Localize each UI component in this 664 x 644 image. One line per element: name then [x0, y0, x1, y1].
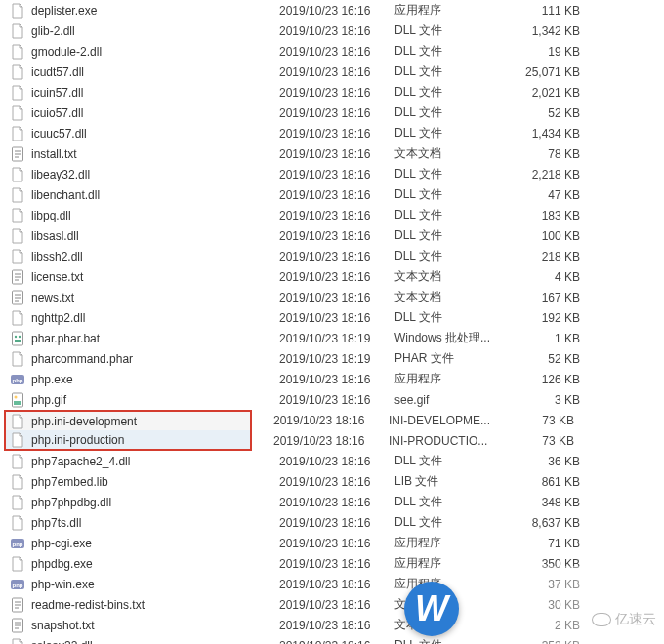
file-white-icon [10, 44, 25, 60]
file-row-extended: 2019/10/23 18:16INI-DEVELOPME...73 KB [273, 410, 574, 430]
file-row[interactable]: phpphp-win.exe2019/10/23 18:16应用程序37 KB [0, 574, 664, 594]
file-row[interactable]: ssleay32.dll2019/10/23 18:16DLL 文件353 KB [0, 635, 664, 644]
file-row[interactable]: libpq.dll2019/10/23 18:16DLL 文件183 KB [0, 205, 664, 225]
file-date: 2019/10/23 18:16 [279, 311, 394, 325]
file-row[interactable]: php7phpdbg.dll2019/10/23 18:16DLL 文件348 … [0, 492, 664, 512]
file-row[interactable]: pharcommand.phar2019/10/23 18:19PHAR 文件5… [0, 348, 664, 369]
file-size: 348 KB [512, 496, 580, 509]
file-row[interactable]: phar.phar.bat2019/10/23 18:19Windows 批处理… [0, 328, 664, 348]
file-date: 2019/10/23 18:16 [279, 86, 394, 100]
file-name: pharcommand.phar [31, 352, 279, 366]
file-row[interactable]: php.ini-production [4, 430, 252, 451]
file-date: 2019/10/23 18:16 [279, 537, 394, 550]
file-date: 2019/10/23 18:16 [279, 188, 394, 202]
file-row[interactable]: gmodule-2.dll2019/10/23 18:16DLL 文件19 KB [0, 41, 664, 61]
cloud-icon [592, 613, 611, 626]
file-row[interactable]: phpphp.exe2019/10/23 18:16应用程序126 KB [0, 369, 664, 389]
file-white-icon [10, 310, 25, 326]
file-size: 1 KB [512, 332, 580, 345]
file-white-icon [10, 515, 25, 531]
file-row[interactable]: phpphp-cgi.exe2019/10/23 18:16应用程序71 KB [0, 533, 664, 553]
watermark-brand: 亿速云 [592, 611, 656, 628]
file-date: 2019/10/23 18:16 [279, 496, 394, 509]
file-date: 2019/10/23 18:16 [279, 639, 394, 645]
file-row[interactable]: news.txt2019/10/23 18:16文本文档167 KB [0, 287, 664, 307]
file-date: 2019/10/23 18:16 [279, 24, 394, 38]
file-row[interactable]: libsasl.dll2019/10/23 18:16DLL 文件100 KB [0, 225, 664, 246]
file-name: php7ts.dll [31, 516, 279, 530]
file-date: 2019/10/23 18:16 [279, 229, 394, 243]
file-type: DLL 文件 [394, 248, 512, 264]
file-name: install.txt [31, 147, 279, 161]
file-date: 2019/10/23 18:16 [279, 147, 394, 161]
file-white-icon [10, 351, 25, 367]
file-size: 183 KB [512, 209, 580, 222]
file-name: nghttp2.dll [31, 311, 279, 325]
file-row[interactable]: icudt57.dll2019/10/23 18:16DLL 文件25,071 … [0, 61, 664, 82]
file-date: 2019/10/23 18:16 [279, 516, 394, 530]
file-white-icon [10, 495, 25, 510]
file-row[interactable]: php7embed.lib2019/10/23 18:16LIB 文件861 K… [0, 471, 664, 492]
file-row[interactable]: deplister.exe2019/10/23 16:16应用程序111 KB [0, 0, 664, 20]
php-exe-icon: php [10, 372, 25, 387]
file-date: 2019/10/23 18:16 [279, 127, 394, 141]
file-type: see.gif [394, 393, 512, 407]
file-type: 应用程序 [394, 2, 512, 19]
file-white-icon [10, 556, 25, 572]
file-row[interactable]: php.gif2019/10/23 18:16see.gif3 KB [0, 389, 664, 410]
watermark-w-badge: W [404, 582, 459, 636]
file-type: 应用程序 [394, 371, 512, 387]
file-row[interactable]: readme-redist-bins.txt2019/10/23 18:16文本… [0, 594, 664, 615]
file-type: DLL 文件 [394, 309, 512, 326]
file-date: 2019/10/23 18:16 [279, 557, 394, 571]
text-file-icon [10, 146, 25, 162]
file-row[interactable]: install.txt2019/10/23 18:16文本文档78 KB [0, 143, 664, 164]
file-date: 2019/10/23 18:16 [279, 168, 394, 181]
file-type: INI-DEVELOPME... [389, 414, 506, 427]
file-white-icon [10, 249, 25, 264]
file-row[interactable]: php7ts.dll2019/10/23 18:16DLL 文件8,637 KB [0, 512, 664, 533]
php-exe-icon: php [10, 577, 25, 592]
file-type: 应用程序 [394, 535, 512, 551]
file-size: 126 KB [512, 373, 580, 386]
file-row[interactable]: snapshot.txt2019/10/23 18:16文本文档2 KB [0, 615, 664, 635]
file-size: 350 KB [512, 557, 580, 571]
file-row[interactable]: php.ini-development [4, 410, 252, 430]
file-type: DLL 文件 [394, 227, 512, 244]
file-size: 8,637 KB [512, 516, 580, 530]
file-row[interactable]: nghttp2.dll2019/10/23 18:16DLL 文件192 KB [0, 307, 664, 328]
file-date: 2019/10/23 18:16 [279, 455, 394, 468]
file-white-icon [10, 167, 25, 182]
file-date: 2019/10/23 18:16 [279, 373, 394, 386]
file-row[interactable]: license.txt2019/10/23 18:16文本文档4 KB [0, 266, 664, 287]
file-row[interactable]: icuin57.dll2019/10/23 18:16DLL 文件2,021 K… [0, 82, 664, 102]
svg-point-13 [15, 335, 17, 337]
file-row[interactable]: phpdbg.exe2019/10/23 18:16应用程序350 KB [0, 553, 664, 574]
file-white-icon [10, 64, 25, 80]
file-name: php.gif [31, 393, 279, 407]
file-name: php7phpdbg.dll [31, 496, 279, 509]
file-size: 73 KB [506, 434, 574, 448]
file-name: libenchant.dll [31, 188, 279, 202]
file-date: 2019/10/23 18:19 [279, 352, 394, 366]
file-row[interactable]: icuio57.dll2019/10/23 18:16DLL 文件52 KB [0, 102, 664, 123]
file-date: 2019/10/23 18:16 [279, 475, 394, 489]
file-row[interactable]: libenchant.dll2019/10/23 18:16DLL 文件47 K… [0, 184, 664, 205]
file-white-icon [10, 454, 25, 469]
file-white-icon [10, 638, 25, 645]
file-date: 2019/10/23 18:16 [279, 45, 394, 59]
gif-file-icon [10, 392, 25, 408]
file-row[interactable]: libssh2.dll2019/10/23 18:16DLL 文件218 KB [0, 246, 664, 266]
file-type: DLL 文件 [394, 22, 512, 39]
file-row[interactable]: libeay32.dll2019/10/23 18:16DLL 文件2,218 … [0, 164, 664, 184]
file-date: 2019/10/23 18:16 [279, 619, 394, 632]
file-row[interactable]: glib-2.dll2019/10/23 18:16DLL 文件1,342 KB [0, 20, 664, 41]
file-date: 2019/10/23 18:16 [279, 578, 394, 591]
file-name: php7apache2_4.dll [31, 455, 279, 468]
file-row[interactable]: icuuc57.dll2019/10/23 18:16DLL 文件1,434 K… [0, 123, 664, 143]
file-white-icon [10, 105, 25, 121]
file-type: DLL 文件 [394, 43, 512, 60]
php-exe-icon: php [10, 536, 25, 551]
file-row[interactable]: php7apache2_4.dll2019/10/23 18:16DLL 文件3… [0, 451, 664, 471]
file-name: libssh2.dll [31, 250, 279, 263]
